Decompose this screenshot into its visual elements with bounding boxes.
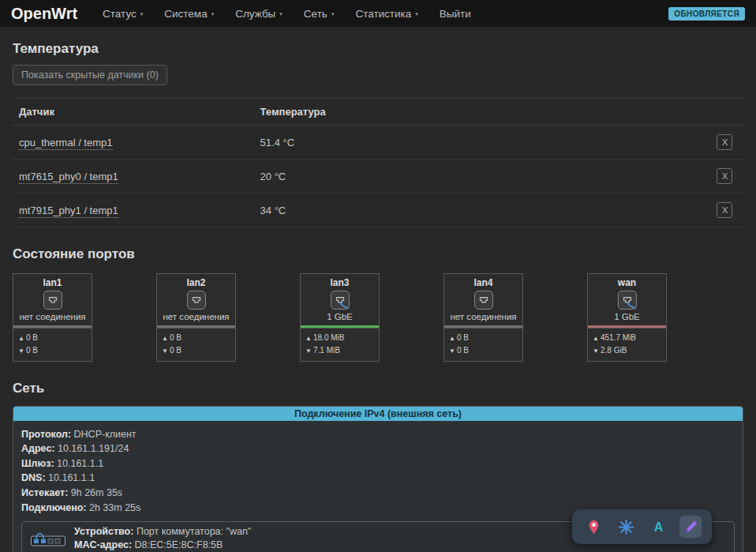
port-status: нет соединения bbox=[13, 310, 92, 325]
download-value: 0 B bbox=[26, 346, 38, 355]
remove-sensor-button[interactable]: X bbox=[717, 202, 732, 218]
download-value: 2.8 GiB bbox=[601, 346, 627, 355]
nav-item-label: Статистика bbox=[355, 8, 411, 20]
ethernet-port-icon bbox=[13, 289, 92, 310]
sensor-cell: mt7615_phy0 / temp1 bbox=[13, 160, 254, 193]
navbar: OpenWrt Статус ▾ Система ▾ Службы ▾ Сеть… bbox=[0, 0, 756, 27]
port-status: нет соединения bbox=[444, 310, 522, 325]
remove-sensor-button[interactable]: X bbox=[717, 134, 732, 150]
port-card-lan1: lan1 нет соединения ▲0 B ▼0 B bbox=[13, 273, 92, 362]
nav-item-label: Сеть bbox=[304, 8, 327, 20]
sensor-cell: mt7915_phy1 / temp1 bbox=[13, 193, 254, 227]
table-row: mt7615_phy0 / temp1 20 °C X bbox=[13, 160, 743, 193]
nav-item-status[interactable]: Статус ▾ bbox=[103, 8, 143, 20]
nav-item-system[interactable]: Система ▾ bbox=[164, 8, 214, 20]
port-name: lan4 bbox=[444, 274, 522, 289]
download-icon: ▼ bbox=[593, 347, 601, 357]
device-text: Устройство: Порт коммутатора: "wan" MAC-… bbox=[74, 525, 251, 552]
upload-value: 0 B bbox=[457, 333, 469, 342]
temperature-cell: 34 °C bbox=[254, 193, 707, 227]
port-traffic: ▲18.0 MiB ▼7.1 MiB bbox=[301, 328, 379, 361]
svg-text:A: A bbox=[653, 520, 663, 534]
port-name: wan bbox=[588, 274, 666, 289]
port-status: 1 GbE bbox=[588, 310, 666, 325]
ethernet-port-icon bbox=[444, 289, 522, 310]
column-header-temperature: Температура bbox=[254, 99, 707, 126]
ethernet-port-connected-icon bbox=[301, 289, 379, 310]
port-card-lan3: lan3 1 GbE ▲18.0 MiB ▼7.1 MiB bbox=[300, 273, 380, 362]
download-icon: ▼ bbox=[18, 347, 26, 357]
nav-item-services[interactable]: Службы ▾ bbox=[235, 8, 283, 20]
red-marker-icon[interactable] bbox=[582, 516, 604, 538]
device-line: Устройство: Порт коммутатора: "wan" bbox=[74, 525, 251, 539]
port-card-lan4: lan4 нет соединения ▲0 B ▼0 B bbox=[443, 273, 523, 362]
mac-line: MAC-адрес: D8:EC:5E:8C:F8:5B bbox=[74, 539, 251, 552]
chevron-down-icon: ▾ bbox=[140, 11, 144, 17]
switch-port-icon bbox=[30, 529, 66, 548]
chevron-down-icon: ▾ bbox=[331, 11, 335, 17]
download-icon: ▼ bbox=[162, 347, 170, 357]
field-dns: DNS: 10.161.1.1 bbox=[21, 471, 735, 486]
table-row: cpu_thermal / temp1 51.4 °C X bbox=[13, 126, 743, 160]
pen-icon[interactable] bbox=[679, 516, 702, 538]
port-traffic: ▲0 B ▼0 B bbox=[157, 328, 235, 361]
table-row: mt7915_phy1 / temp1 34 °C X bbox=[13, 193, 743, 227]
nav-item-label: Выйти bbox=[440, 8, 471, 20]
brand: OpenWrt bbox=[11, 5, 77, 23]
download-value: 0 B bbox=[457, 346, 469, 355]
section-title-network: Сеть bbox=[13, 381, 743, 396]
sensor-link[interactable]: mt7615_phy0 / temp1 bbox=[19, 171, 118, 184]
download-icon: ▼ bbox=[449, 347, 457, 357]
upload-value: 18.0 MiB bbox=[313, 333, 344, 342]
show-hidden-sensors-button[interactable]: Показать скрытые датчики (0) bbox=[13, 65, 167, 85]
upload-value: 451.7 MiB bbox=[601, 333, 636, 342]
field-address: Адрес: 10.161.1.191/24 bbox=[21, 442, 735, 457]
sensor-link[interactable]: mt7915_phy1 / temp1 bbox=[19, 205, 118, 218]
temperature-cell: 51.4 °C bbox=[254, 126, 707, 160]
download-icon: ▼ bbox=[305, 347, 313, 357]
port-status: 1 GbE bbox=[301, 310, 379, 325]
nav-item-network[interactable]: Сеть ▾ bbox=[304, 8, 335, 20]
ports-row: lan1 нет соединения ▲0 B ▼0 B lan2 нет с… bbox=[13, 273, 743, 362]
refresh-status-badge: ОБНОВЛЯЕТСЯ bbox=[668, 7, 745, 21]
field-gateway: Шлюз: 10.161.1.1 bbox=[21, 456, 735, 471]
upload-icon: ▲ bbox=[305, 334, 313, 344]
nav-item-statistics[interactable]: Статистика ▾ bbox=[355, 8, 417, 20]
sensor-cell: cpu_thermal / temp1 bbox=[13, 126, 254, 160]
remove-sensor-button[interactable]: X bbox=[717, 168, 732, 184]
upload-value: 0 B bbox=[26, 333, 38, 342]
port-traffic: ▲0 B ▼0 B bbox=[444, 328, 522, 361]
upload-icon: ▲ bbox=[162, 334, 170, 344]
port-traffic: ▲0 B ▼0 B bbox=[13, 328, 92, 361]
port-traffic: ▲451.7 MiB ▼2.8 GiB bbox=[588, 328, 666, 361]
port-card-wan: wan 1 GbE ▲451.7 MiB ▼2.8 GiB bbox=[587, 273, 667, 362]
temperature-cell: 20 °C bbox=[254, 160, 707, 193]
column-header-sensor: Датчик bbox=[13, 99, 254, 126]
upload-icon: ▲ bbox=[593, 334, 601, 344]
main-content: Температура Показать скрытые датчики (0)… bbox=[0, 27, 756, 552]
chevron-down-icon: ▾ bbox=[415, 11, 418, 17]
column-header-actions bbox=[707, 99, 743, 126]
port-name: lan1 bbox=[13, 274, 92, 289]
section-title-temperature: Температура bbox=[13, 41, 743, 57]
upload-value: 0 B bbox=[170, 333, 182, 342]
nav-item-label: Система bbox=[164, 8, 207, 20]
ethernet-port-icon bbox=[157, 289, 235, 310]
port-name: lan3 bbox=[301, 274, 379, 289]
download-value: 7.1 MiB bbox=[313, 346, 340, 355]
section-title-ports: Состояние портов bbox=[13, 246, 743, 262]
port-name: lan2 bbox=[157, 274, 235, 289]
nav-item-label: Статус bbox=[103, 8, 137, 20]
sensor-link[interactable]: cpu_thermal / temp1 bbox=[19, 137, 113, 150]
chevron-down-icon: ▾ bbox=[211, 11, 215, 17]
blue-star-icon[interactable] bbox=[615, 516, 637, 538]
sensors-table: Датчик Температура cpu_thermal / temp1 5… bbox=[13, 98, 743, 227]
upload-icon: ▲ bbox=[18, 334, 26, 344]
table-header-row: Датчик Температура bbox=[13, 99, 743, 126]
nav-item-logout[interactable]: Выйти bbox=[440, 8, 471, 20]
ethernet-port-connected-icon bbox=[588, 289, 666, 310]
annotation-toolbar: A bbox=[572, 509, 712, 544]
nav-item-label: Службы bbox=[235, 8, 275, 20]
field-expires: Истекает: 9h 26m 35s bbox=[21, 486, 735, 501]
letter-a-icon[interactable]: A bbox=[647, 516, 669, 538]
